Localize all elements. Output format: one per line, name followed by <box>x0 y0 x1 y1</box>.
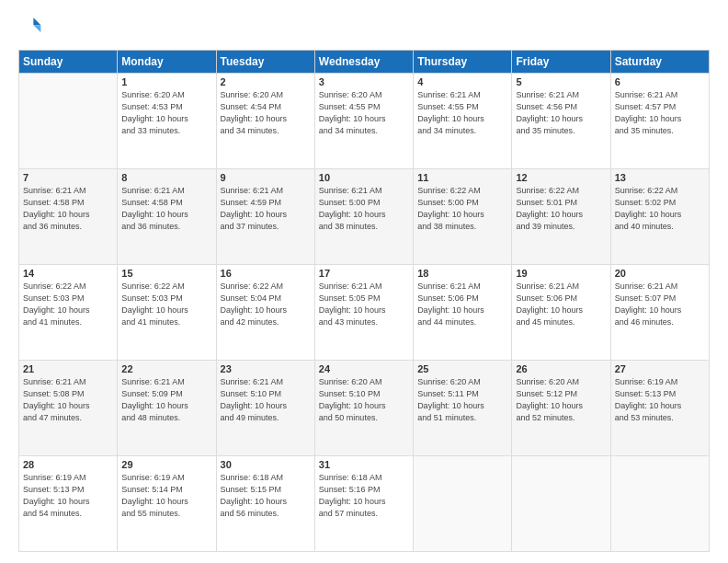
day-number: 14 <box>23 268 113 279</box>
calendar-day-cell: 7Sunrise: 6:21 AM Sunset: 4:58 PM Daylig… <box>19 169 118 265</box>
calendar-day-cell <box>19 74 118 169</box>
calendar-day-cell: 4Sunrise: 6:21 AM Sunset: 4:55 PM Daylig… <box>414 74 512 169</box>
calendar-day-cell: 29Sunrise: 6:19 AM Sunset: 5:14 PM Dayli… <box>118 456 216 552</box>
day-number: 29 <box>121 459 211 470</box>
day-number: 6 <box>615 76 705 87</box>
calendar-week-row: 7Sunrise: 6:21 AM Sunset: 4:58 PM Daylig… <box>19 169 710 265</box>
day-info: Sunrise: 6:21 AM Sunset: 5:09 PM Dayligh… <box>121 376 211 424</box>
day-info: Sunrise: 6:20 AM Sunset: 5:11 PM Dayligh… <box>417 376 507 424</box>
day-info: Sunrise: 6:21 AM Sunset: 4:57 PM Dayligh… <box>615 89 705 137</box>
calendar-day-cell: 28Sunrise: 6:19 AM Sunset: 5:13 PM Dayli… <box>19 456 118 552</box>
day-number: 5 <box>516 76 606 87</box>
day-number: 16 <box>221 268 311 279</box>
calendar-day-cell: 18Sunrise: 6:21 AM Sunset: 5:06 PM Dayli… <box>414 265 512 361</box>
day-info: Sunrise: 6:20 AM Sunset: 4:53 PM Dayligh… <box>121 89 211 137</box>
day-number: 3 <box>319 76 409 87</box>
day-number: 11 <box>417 172 507 183</box>
day-number: 7 <box>23 172 113 183</box>
day-info: Sunrise: 6:21 AM Sunset: 5:06 PM Dayligh… <box>417 281 507 328</box>
day-info: Sunrise: 6:21 AM Sunset: 4:58 PM Dayligh… <box>121 185 211 233</box>
calendar-day-cell: 14Sunrise: 6:22 AM Sunset: 5:03 PM Dayli… <box>19 265 118 361</box>
day-info: Sunrise: 6:21 AM Sunset: 5:06 PM Dayligh… <box>516 281 606 328</box>
day-number: 25 <box>417 363 507 374</box>
weekday-header: Sunday <box>19 51 118 74</box>
day-number: 27 <box>615 363 705 374</box>
day-number: 2 <box>221 76 311 87</box>
day-info: Sunrise: 6:19 AM Sunset: 5:14 PM Dayligh… <box>121 472 211 520</box>
day-info: Sunrise: 6:21 AM Sunset: 5:07 PM Dayligh… <box>615 281 705 328</box>
calendar-day-cell <box>414 456 512 552</box>
day-number: 20 <box>615 268 705 279</box>
calendar-day-cell: 6Sunrise: 6:21 AM Sunset: 4:57 PM Daylig… <box>610 74 709 169</box>
calendar-day-cell: 20Sunrise: 6:21 AM Sunset: 5:07 PM Dayli… <box>610 265 709 361</box>
calendar-day-cell: 8Sunrise: 6:21 AM Sunset: 4:58 PM Daylig… <box>118 169 216 265</box>
calendar-day-cell: 30Sunrise: 6:18 AM Sunset: 5:15 PM Dayli… <box>216 456 314 552</box>
calendar-day-cell: 9Sunrise: 6:21 AM Sunset: 4:59 PM Daylig… <box>216 169 314 265</box>
day-number: 17 <box>319 268 409 279</box>
weekday-header: Saturday <box>610 51 709 74</box>
day-number: 8 <box>121 172 211 183</box>
day-info: Sunrise: 6:21 AM Sunset: 4:59 PM Dayligh… <box>221 185 311 233</box>
weekday-header: Friday <box>512 51 610 74</box>
day-number: 31 <box>319 459 409 470</box>
calendar-day-cell: 5Sunrise: 6:21 AM Sunset: 4:56 PM Daylig… <box>512 74 610 169</box>
day-info: Sunrise: 6:22 AM Sunset: 5:01 PM Dayligh… <box>516 185 606 233</box>
day-number: 21 <box>23 363 113 374</box>
calendar-day-cell <box>610 456 709 552</box>
day-number: 13 <box>615 172 705 183</box>
day-info: Sunrise: 6:21 AM Sunset: 4:58 PM Dayligh… <box>23 185 113 233</box>
day-info: Sunrise: 6:21 AM Sunset: 5:08 PM Dayligh… <box>23 376 113 424</box>
calendar-day-cell: 10Sunrise: 6:21 AM Sunset: 5:00 PM Dayli… <box>314 169 413 265</box>
calendar-day-cell: 24Sunrise: 6:20 AM Sunset: 5:10 PM Dayli… <box>314 361 413 456</box>
day-info: Sunrise: 6:22 AM Sunset: 5:03 PM Dayligh… <box>121 281 211 328</box>
calendar-day-cell: 21Sunrise: 6:21 AM Sunset: 5:08 PM Dayli… <box>19 361 118 456</box>
day-info: Sunrise: 6:21 AM Sunset: 4:55 PM Dayligh… <box>417 89 507 137</box>
day-info: Sunrise: 6:19 AM Sunset: 5:13 PM Dayligh… <box>23 472 113 520</box>
day-number: 1 <box>121 76 211 87</box>
calendar-day-cell: 1Sunrise: 6:20 AM Sunset: 4:53 PM Daylig… <box>118 74 216 169</box>
calendar-week-row: 14Sunrise: 6:22 AM Sunset: 5:03 PM Dayli… <box>19 265 710 361</box>
calendar-day-cell <box>512 456 610 552</box>
day-number: 23 <box>221 363 311 374</box>
logo-icon <box>20 15 42 37</box>
day-info: Sunrise: 6:20 AM Sunset: 4:55 PM Dayligh… <box>319 89 409 137</box>
weekday-header: Monday <box>118 51 216 74</box>
day-number: 10 <box>319 172 409 183</box>
day-number: 26 <box>516 363 606 374</box>
weekday-header: Thursday <box>414 51 512 74</box>
weekday-header: Wednesday <box>314 51 413 74</box>
calendar-day-cell: 31Sunrise: 6:18 AM Sunset: 5:16 PM Dayli… <box>314 456 413 552</box>
calendar-day-cell: 23Sunrise: 6:21 AM Sunset: 5:10 PM Dayli… <box>216 361 314 456</box>
calendar-day-cell: 12Sunrise: 6:22 AM Sunset: 5:01 PM Dayli… <box>512 169 610 265</box>
header <box>18 15 710 40</box>
day-info: Sunrise: 6:18 AM Sunset: 5:15 PM Dayligh… <box>221 472 311 520</box>
day-number: 12 <box>516 172 606 183</box>
day-info: Sunrise: 6:22 AM Sunset: 5:02 PM Dayligh… <box>615 185 705 233</box>
calendar-week-row: 28Sunrise: 6:19 AM Sunset: 5:13 PM Dayli… <box>19 456 710 552</box>
calendar-day-cell: 27Sunrise: 6:19 AM Sunset: 5:13 PM Dayli… <box>610 361 709 456</box>
calendar-header-row: SundayMondayTuesdayWednesdayThursdayFrid… <box>19 51 710 74</box>
logo <box>18 15 42 40</box>
calendar-day-cell: 16Sunrise: 6:22 AM Sunset: 5:04 PM Dayli… <box>216 265 314 361</box>
day-number: 30 <box>221 459 311 470</box>
day-info: Sunrise: 6:21 AM Sunset: 5:05 PM Dayligh… <box>319 281 409 328</box>
calendar-table: SundayMondayTuesdayWednesdayThursdayFrid… <box>18 50 710 552</box>
weekday-header: Tuesday <box>216 51 314 74</box>
day-info: Sunrise: 6:21 AM Sunset: 4:56 PM Dayligh… <box>516 89 606 137</box>
calendar-body: 1Sunrise: 6:20 AM Sunset: 4:53 PM Daylig… <box>19 74 710 552</box>
day-info: Sunrise: 6:21 AM Sunset: 5:00 PM Dayligh… <box>319 185 409 233</box>
calendar-day-cell: 11Sunrise: 6:22 AM Sunset: 5:00 PM Dayli… <box>414 169 512 265</box>
calendar-day-cell: 13Sunrise: 6:22 AM Sunset: 5:02 PM Dayli… <box>610 169 709 265</box>
svg-marker-0 <box>33 17 40 25</box>
calendar-day-cell: 2Sunrise: 6:20 AM Sunset: 4:54 PM Daylig… <box>216 74 314 169</box>
calendar-day-cell: 26Sunrise: 6:20 AM Sunset: 5:12 PM Dayli… <box>512 361 610 456</box>
day-info: Sunrise: 6:18 AM Sunset: 5:16 PM Dayligh… <box>319 472 409 520</box>
day-info: Sunrise: 6:20 AM Sunset: 5:12 PM Dayligh… <box>516 376 606 424</box>
svg-marker-1 <box>33 25 40 32</box>
day-info: Sunrise: 6:19 AM Sunset: 5:13 PM Dayligh… <box>615 376 705 424</box>
calendar-week-row: 21Sunrise: 6:21 AM Sunset: 5:08 PM Dayli… <box>19 361 710 456</box>
day-number: 18 <box>417 268 507 279</box>
calendar-day-cell: 15Sunrise: 6:22 AM Sunset: 5:03 PM Dayli… <box>118 265 216 361</box>
calendar-day-cell: 3Sunrise: 6:20 AM Sunset: 4:55 PM Daylig… <box>314 74 413 169</box>
day-number: 24 <box>319 363 409 374</box>
